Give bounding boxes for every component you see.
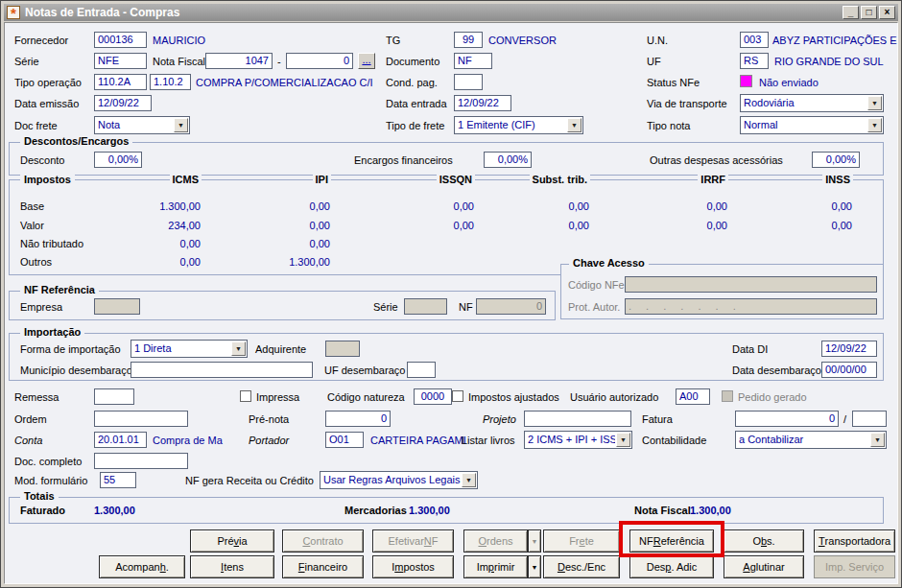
ordem-input[interactable] <box>94 411 188 427</box>
mod-formulario-input[interactable]: 55 <box>100 472 136 488</box>
adquirente-input <box>325 341 360 357</box>
data-entrada-input[interactable]: 12/09/22 <box>454 95 511 111</box>
fornecedor-input[interactable]: 000136 <box>94 32 147 48</box>
chevron-down-icon[interactable]: ▼ <box>616 433 630 447</box>
mercadorias-label: Mercadorias <box>344 505 407 516</box>
codigo-natureza-input[interactable]: 0000 <box>414 388 452 405</box>
ordens-dropdown-arrow[interactable]: ▼ <box>528 529 541 553</box>
documento-input[interactable]: NF <box>454 53 492 69</box>
contabilidade-select[interactable]: a Contabilizar ▼ <box>735 431 887 449</box>
data-emissao-input[interactable]: 12/09/22 <box>94 95 152 111</box>
impostos-button[interactable]: Impostos <box>372 555 454 578</box>
serie-input[interactable]: NFE <box>94 53 147 69</box>
status-nfe-box <box>740 75 752 87</box>
tg-input[interactable]: 99 <box>454 32 483 48</box>
chevron-down-icon[interactable]: ▼ <box>867 118 882 132</box>
encargos-label: Encargos financeiros <box>354 154 453 166</box>
uf-desembaraco-input[interactable] <box>407 362 436 378</box>
tipo-nota-value: Normal <box>744 119 866 130</box>
close-button[interactable]: × <box>879 6 895 19</box>
pre-nota-input[interactable]: 0 <box>325 411 391 427</box>
prot-autor-label: Prot. Autor. <box>568 301 620 313</box>
impostos-nao-tributado-icms: 0,00 <box>105 238 201 249</box>
remessa-input[interactable] <box>94 388 134 405</box>
listar-livros-select[interactable]: 2 ICMS + IPI + ISS ▼ <box>524 431 632 449</box>
uf-input[interactable]: RS <box>740 53 769 69</box>
data-di-input[interactable]: 12/09/22 <box>821 341 877 357</box>
tipo-frete-label: Tipo de frete <box>386 120 444 131</box>
fatura-separator: / <box>843 413 846 425</box>
financeiro-button[interactable]: Financeiro <box>282 555 364 578</box>
forma-importacao-value: 1 Direta <box>134 342 230 354</box>
remessa-label: Remessa <box>14 391 59 403</box>
impostos-valor-inss: 0,00 <box>756 220 852 231</box>
nota-fiscal-input[interactable]: 1047 <box>205 53 273 69</box>
chevron-down-icon[interactable]: ▼ <box>231 341 246 356</box>
faturado-value: 1.300,00 <box>94 505 135 516</box>
impostos-base-icms: 1.300,00 <box>105 200 201 212</box>
fatura-input[interactable]: 0 <box>735 411 839 427</box>
projeto-input[interactable] <box>524 411 631 427</box>
aglutinar-button[interactable]: Aglutinar <box>724 555 804 578</box>
impostos-col-subst-trib: Subst. trib. <box>530 174 590 185</box>
obs-button[interactable]: Obs. <box>724 529 804 553</box>
imp-servico-button: Imp. Serviço <box>814 555 895 578</box>
imprimir-button[interactable]: Imprimir <box>463 555 528 578</box>
previa-button[interactable]: Prévia <box>190 529 274 553</box>
via-transporte-value: Rodoviária <box>744 97 866 108</box>
titlebar[interactable]: * Notas de Entrada - Compras _ □ × <box>4 4 898 21</box>
codigo-nfe-input <box>625 276 877 293</box>
cond-pag-input[interactable] <box>454 74 483 90</box>
impostos-row-base-label: Base <box>20 200 44 212</box>
minimize-button[interactable]: _ <box>843 6 859 19</box>
desc-enc-button[interactable]: Desc./Enc <box>543 555 620 578</box>
acompanh-button[interactable]: Acompanh. <box>99 555 185 578</box>
doc-frete-select[interactable]: Nota ▼ <box>94 116 190 134</box>
impostos-ajustados-checkbox[interactable] <box>452 390 463 402</box>
forma-importacao-select[interactable]: 1 Direta ▼ <box>131 340 248 358</box>
nota-fiscal-lookup-button[interactable]: ... <box>358 53 375 69</box>
chevron-down-icon[interactable]: ▼ <box>462 473 476 487</box>
doc-completo-input[interactable] <box>94 453 188 469</box>
portador-input[interactable]: O01 <box>325 432 364 448</box>
via-transporte-select[interactable]: Rodoviária ▼ <box>740 94 884 112</box>
empresa-input <box>94 298 140 315</box>
fatura-seq-input[interactable] <box>852 411 887 427</box>
desconto-input[interactable]: 0,00% <box>94 152 142 168</box>
impressa-checkbox[interactable] <box>240 390 251 402</box>
tipo-nota-label: Tipo nota <box>647 120 690 131</box>
desconto-label: Desconto <box>20 154 64 166</box>
data-desembaraco-input[interactable]: 00/00/00 <box>821 362 877 378</box>
maximize-button[interactable]: □ <box>861 6 877 19</box>
tipo-frete-select[interactable]: 1 Emitente (CIF) ▼ <box>454 116 583 134</box>
doc-frete-value: Nota <box>98 119 173 130</box>
itens-button[interactable]: Itens <box>190 555 274 578</box>
nf-gera-select[interactable]: Usar Regras Arquivos Legais ▼ <box>320 471 478 489</box>
tipo-operacao-cfop-input[interactable]: 1.10.2 <box>150 74 191 90</box>
transportadora-button[interactable]: Transportadora <box>814 529 895 553</box>
chevron-down-icon[interactable]: ▼ <box>867 96 882 110</box>
imprimir-dropdown-arrow[interactable]: ▼ <box>528 555 541 578</box>
data-desembaraco-label: Data desembaraço <box>732 365 821 376</box>
outras-despesas-input[interactable]: 0,00% <box>812 152 860 168</box>
desp-adic-button[interactable]: Desp. Adic <box>629 555 714 578</box>
encargos-input[interactable]: 0,00% <box>484 152 532 168</box>
impostos-base-ipi: 0,00 <box>234 200 330 212</box>
portador-label: Portador <box>249 435 289 446</box>
municipio-desembaraco-input[interactable] <box>131 362 313 378</box>
tipo-nota-select[interactable]: Normal ▼ <box>740 116 884 134</box>
documento-label: Documento <box>386 56 439 67</box>
usuario-autorizado-input[interactable]: A00 <box>676 388 710 405</box>
nota-fiscal-total-value: 1.300,00 <box>690 505 731 516</box>
tipo-operacao-input[interactable]: 110.2A <box>94 74 147 90</box>
contabilidade-label: Contabilidade <box>642 435 706 446</box>
un-input[interactable]: 003 <box>740 32 769 48</box>
nota-fiscal-seq-input[interactable]: 0 <box>286 53 353 69</box>
ordens-button: Ordens <box>463 529 528 553</box>
impostos-valor-subst-trib: 0,00 <box>493 220 589 231</box>
chevron-down-icon[interactable]: ▼ <box>870 433 885 447</box>
impostos-valor-irrf: 0,00 <box>631 220 727 231</box>
conta-input[interactable]: 20.01.01 <box>94 432 147 448</box>
chevron-down-icon[interactable]: ▼ <box>567 118 582 132</box>
chevron-down-icon[interactable]: ▼ <box>174 118 188 132</box>
